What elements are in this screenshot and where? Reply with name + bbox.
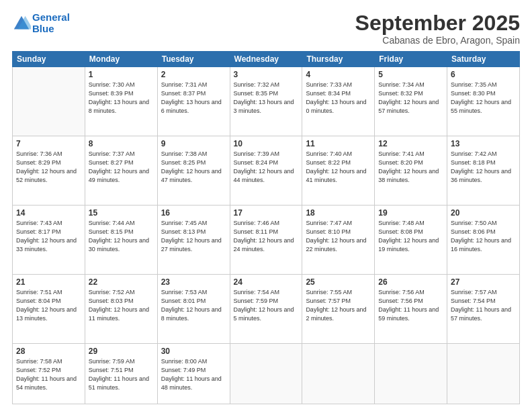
day-info: Sunrise: 7:48 AMSunset: 8:08 PMDaylight:…: [378, 219, 443, 254]
logo: General Blue: [12, 12, 70, 34]
table-cell: [375, 343, 447, 404]
table-cell: 30 Sunrise: 8:00 AMSunset: 7:49 PMDaylig…: [157, 343, 230, 404]
day-number: 7: [16, 139, 81, 148]
table-cell: [230, 343, 302, 404]
day-info: Sunrise: 7:46 AMSunset: 8:11 PMDaylight:…: [234, 219, 299, 254]
col-monday: Monday: [85, 52, 157, 67]
day-info: Sunrise: 7:33 AMSunset: 8:34 PMDaylight:…: [306, 81, 371, 116]
header: General Blue September 2025 Cabanas de E…: [12, 12, 520, 46]
location: Cabanas de Ebro, Aragon, Spain: [355, 35, 520, 46]
table-cell: 15 Sunrise: 7:44 AMSunset: 8:15 PMDaylig…: [85, 205, 157, 274]
table-cell: [13, 67, 85, 136]
table-cell: 1 Sunrise: 7:30 AMSunset: 8:39 PMDayligh…: [85, 67, 157, 136]
day-number: 24: [234, 277, 299, 287]
day-info: Sunrise: 7:52 AMSunset: 8:03 PMDaylight:…: [89, 288, 154, 323]
calendar-body: 1 Sunrise: 7:30 AMSunset: 8:39 PMDayligh…: [13, 67, 520, 404]
day-number: 6: [451, 70, 516, 79]
day-info: Sunrise: 7:45 AMSunset: 8:13 PMDaylight:…: [161, 219, 226, 254]
day-info: Sunrise: 7:39 AMSunset: 8:24 PMDaylight:…: [234, 150, 299, 185]
col-saturday: Saturday: [447, 52, 520, 67]
day-number: 16: [161, 208, 226, 218]
table-cell: 14 Sunrise: 7:43 AMSunset: 8:17 PMDaylig…: [13, 205, 85, 274]
day-info: Sunrise: 7:40 AMSunset: 8:22 PMDaylight:…: [306, 150, 371, 185]
table-cell: 28 Sunrise: 7:58 AMSunset: 7:52 PMDaylig…: [13, 343, 85, 404]
table-cell: 24 Sunrise: 7:54 AMSunset: 7:59 PMDaylig…: [230, 274, 302, 343]
logo-icon: [12, 14, 31, 33]
day-info: Sunrise: 8:00 AMSunset: 7:49 PMDaylight:…: [161, 357, 226, 392]
header-row: Sunday Monday Tuesday Wednesday Thursday…: [13, 52, 520, 67]
day-info: Sunrise: 7:54 AMSunset: 7:59 PMDaylight:…: [234, 288, 299, 323]
day-number: 22: [89, 277, 154, 287]
day-info: Sunrise: 7:35 AMSunset: 8:30 PMDaylight:…: [451, 81, 516, 116]
table-cell: 11 Sunrise: 7:40 AMSunset: 8:22 PMDaylig…: [302, 136, 375, 205]
day-number: 26: [378, 277, 443, 287]
table-cell: 13 Sunrise: 7:42 AMSunset: 8:18 PMDaylig…: [447, 136, 520, 205]
table-cell: 20 Sunrise: 7:50 AMSunset: 8:06 PMDaylig…: [447, 205, 520, 274]
day-number: 4: [306, 70, 371, 79]
day-info: Sunrise: 7:50 AMSunset: 8:06 PMDaylight:…: [451, 219, 516, 254]
day-number: 13: [451, 139, 516, 148]
day-number: 11: [306, 139, 371, 148]
day-info: Sunrise: 7:32 AMSunset: 8:35 PMDaylight:…: [234, 81, 299, 116]
day-info: Sunrise: 7:31 AMSunset: 8:37 PMDaylight:…: [161, 81, 226, 116]
day-number: 2: [161, 70, 226, 79]
table-cell: 5 Sunrise: 7:34 AMSunset: 8:32 PMDayligh…: [375, 67, 447, 136]
table-cell: 22 Sunrise: 7:52 AMSunset: 8:03 PMDaylig…: [85, 274, 157, 343]
day-info: Sunrise: 7:42 AMSunset: 8:18 PMDaylight:…: [451, 150, 516, 185]
table-cell: 21 Sunrise: 7:51 AMSunset: 8:04 PMDaylig…: [13, 274, 85, 343]
table-cell: 12 Sunrise: 7:41 AMSunset: 8:20 PMDaylig…: [375, 136, 447, 205]
day-info: Sunrise: 7:36 AMSunset: 8:29 PMDaylight:…: [16, 150, 81, 185]
table-cell: 17 Sunrise: 7:46 AMSunset: 8:11 PMDaylig…: [230, 205, 302, 274]
table-cell: 2 Sunrise: 7:31 AMSunset: 8:37 PMDayligh…: [157, 67, 230, 136]
day-number: 15: [89, 208, 154, 218]
day-number: 1: [89, 70, 154, 79]
title-block: September 2025 Cabanas de Ebro, Aragon, …: [355, 12, 520, 46]
col-wednesday: Wednesday: [230, 52, 302, 67]
table-cell: 8 Sunrise: 7:37 AMSunset: 8:27 PMDayligh…: [85, 136, 157, 205]
day-info: Sunrise: 7:37 AMSunset: 8:27 PMDaylight:…: [89, 150, 154, 185]
day-number: 18: [306, 208, 371, 218]
calendar-table: Sunday Monday Tuesday Wednesday Thursday…: [12, 51, 520, 404]
day-number: 14: [16, 208, 81, 218]
table-cell: 18 Sunrise: 7:47 AMSunset: 8:10 PMDaylig…: [302, 205, 375, 274]
day-info: Sunrise: 7:59 AMSunset: 7:51 PMDaylight:…: [89, 357, 154, 392]
table-cell: 26 Sunrise: 7:56 AMSunset: 7:56 PMDaylig…: [375, 274, 447, 343]
table-cell: 29 Sunrise: 7:59 AMSunset: 7:51 PMDaylig…: [85, 343, 157, 404]
logo-text: General Blue: [32, 12, 70, 34]
day-info: Sunrise: 7:34 AMSunset: 8:32 PMDaylight:…: [378, 81, 443, 116]
day-number: 19: [378, 208, 443, 218]
col-tuesday: Tuesday: [157, 52, 230, 67]
month-title: September 2025: [355, 12, 520, 34]
day-number: 9: [161, 139, 226, 148]
day-number: 23: [161, 277, 226, 287]
day-number: 10: [234, 139, 299, 148]
col-sunday: Sunday: [13, 52, 85, 67]
day-number: 30: [161, 347, 226, 356]
day-number: 8: [89, 139, 154, 148]
table-cell: 3 Sunrise: 7:32 AMSunset: 8:35 PMDayligh…: [230, 67, 302, 136]
day-number: 3: [234, 70, 299, 79]
day-info: Sunrise: 7:55 AMSunset: 7:57 PMDaylight:…: [306, 288, 371, 323]
table-cell: 23 Sunrise: 7:53 AMSunset: 8:01 PMDaylig…: [157, 274, 230, 343]
day-info: Sunrise: 7:47 AMSunset: 8:10 PMDaylight:…: [306, 219, 371, 254]
day-number: 28: [16, 347, 81, 356]
day-info: Sunrise: 7:44 AMSunset: 8:15 PMDaylight:…: [89, 219, 154, 254]
calendar-header: Sunday Monday Tuesday Wednesday Thursday…: [13, 52, 520, 67]
day-info: Sunrise: 7:43 AMSunset: 8:17 PMDaylight:…: [16, 219, 81, 254]
table-cell: 16 Sunrise: 7:45 AMSunset: 8:13 PMDaylig…: [157, 205, 230, 274]
col-friday: Friday: [375, 52, 447, 67]
day-info: Sunrise: 7:38 AMSunset: 8:25 PMDaylight:…: [161, 150, 226, 185]
day-info: Sunrise: 7:53 AMSunset: 8:01 PMDaylight:…: [161, 288, 226, 323]
table-cell: 4 Sunrise: 7:33 AMSunset: 8:34 PMDayligh…: [302, 67, 375, 136]
day-number: 27: [451, 277, 516, 287]
day-info: Sunrise: 7:30 AMSunset: 8:39 PMDaylight:…: [89, 81, 154, 116]
table-cell: 19 Sunrise: 7:48 AMSunset: 8:08 PMDaylig…: [375, 205, 447, 274]
table-cell: [447, 343, 520, 404]
table-cell: 7 Sunrise: 7:36 AMSunset: 8:29 PMDayligh…: [13, 136, 85, 205]
day-number: 25: [306, 277, 371, 287]
table-cell: 6 Sunrise: 7:35 AMSunset: 8:30 PMDayligh…: [447, 67, 520, 136]
day-number: 21: [16, 277, 81, 287]
table-cell: 10 Sunrise: 7:39 AMSunset: 8:24 PMDaylig…: [230, 136, 302, 205]
day-number: 17: [234, 208, 299, 218]
table-cell: 25 Sunrise: 7:55 AMSunset: 7:57 PMDaylig…: [302, 274, 375, 343]
